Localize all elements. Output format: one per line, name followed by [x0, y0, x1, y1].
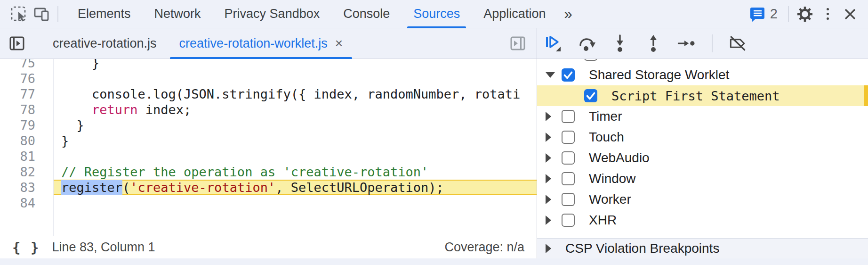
chevron-right-icon[interactable]: [546, 195, 562, 204]
panel-tabs: ElementsNetworkPrivacy SandboxConsoleSou…: [66, 0, 557, 28]
code-text[interactable]: console.log(JSON.stringify({ index, rand…: [53, 86, 537, 102]
breakpoint-checkbox[interactable]: [584, 59, 597, 61]
editor-status-bar: { } Line 83, Column 1 Coverage: n/a: [0, 236, 537, 258]
pretty-print-button[interactable]: { }: [12, 240, 40, 256]
messages-count-badge: 2: [770, 6, 778, 22]
event-listener-breakpoints-list: Shared Storage WorkletScript First State…: [537, 59, 868, 238]
breakpoint-checkbox[interactable]: [562, 68, 575, 82]
file-tab-creative-rotation-js[interactable]: creative-rotation.js: [41, 28, 168, 59]
toolbar-right-group: 2: [743, 2, 868, 26]
chevron-right-icon[interactable]: [546, 244, 562, 253]
line-number[interactable]: 77: [0, 86, 53, 102]
step-out-button[interactable]: [643, 31, 664, 56]
breakpoint-item-webaudio[interactable]: WebAudio: [537, 148, 868, 168]
tab-privacy-sandbox[interactable]: Privacy Sandbox: [213, 0, 332, 28]
menu-kebab-button[interactable]: [816, 2, 839, 26]
tab-application[interactable]: Application: [472, 0, 557, 28]
chevron-right-icon[interactable]: [546, 174, 562, 183]
chevron-right-icon[interactable]: [546, 132, 562, 142]
line-number[interactable]: 80: [0, 133, 53, 149]
step-button[interactable]: [676, 31, 697, 56]
breakpoint-item-window[interactable]: Window: [537, 168, 868, 189]
line-number[interactable]: 76: [0, 71, 53, 86]
scroll-marker: [864, 85, 868, 106]
close-file-tab-icon[interactable]: ×: [335, 37, 343, 50]
breakpoint-row-content: Window: [537, 168, 868, 189]
breakpoint-item-shared-storage-worklet[interactable]: Shared Storage Worklet: [537, 65, 868, 85]
csp-section-label: CSP Violation Breakpoints: [565, 241, 719, 256]
breakpoint-checkbox[interactable]: [562, 131, 575, 144]
line-number[interactable]: 75: [0, 59, 53, 71]
show-debugger-sidebar-button[interactable]: [506, 31, 529, 56]
chevron-right-icon[interactable]: [546, 112, 562, 121]
tab-label: Privacy Sandbox: [225, 7, 320, 21]
code-text[interactable]: return index;: [53, 102, 537, 117]
inspect-element-button[interactable]: [8, 2, 30, 26]
device-toolbar-icon: [32, 5, 51, 24]
code-text[interactable]: [53, 71, 537, 86]
code-text[interactable]: [53, 149, 537, 164]
breakpoint-item-clipped: [537, 59, 868, 65]
tab-console[interactable]: Console: [331, 0, 402, 28]
code-text[interactable]: register('creative-rotation', SelectURLO…: [53, 180, 537, 195]
line-number[interactable]: 81: [0, 149, 53, 164]
toolbar-separator: [788, 6, 789, 22]
close-devtools-button[interactable]: [839, 2, 861, 26]
breakpoint-item-script-first-statement[interactable]: Script First Statement: [537, 85, 868, 106]
line-number[interactable]: 82: [0, 164, 53, 180]
code-text[interactable]: }: [53, 133, 537, 149]
show-navigator-button[interactable]: [6, 31, 28, 56]
tab-elements[interactable]: Elements: [66, 0, 143, 28]
step-over-button[interactable]: [576, 31, 597, 56]
line-number[interactable]: 79: [0, 117, 53, 133]
chevron-right-icon[interactable]: [546, 153, 562, 163]
breakpoint-checkbox[interactable]: [562, 214, 575, 227]
messages-bubble-icon: [749, 5, 766, 23]
code-text[interactable]: }: [53, 117, 537, 133]
messages-button[interactable]: 2: [743, 2, 783, 26]
tab-network[interactable]: Network: [143, 0, 213, 28]
line-number[interactable]: 84: [0, 195, 53, 211]
code-line-80: 80}: [0, 133, 537, 149]
gutter-divider: [53, 59, 54, 236]
tab-label: Elements: [78, 7, 131, 21]
breakpoint-checkbox[interactable]: [562, 110, 575, 123]
device-toolbar-button[interactable]: [30, 2, 53, 26]
debugger-toolbar: [537, 28, 868, 59]
file-tab-creative-rotation-worklet-js[interactable]: creative-rotation-worklet.js×: [168, 28, 354, 59]
step-into-button[interactable]: [610, 31, 630, 56]
breakpoint-item-xhr[interactable]: XHR: [537, 210, 868, 231]
more-tabs-button[interactable]: »: [557, 0, 579, 28]
chevron-right-icon[interactable]: [546, 215, 562, 225]
code-editor[interactable]: 75 }7677 console.log(JSON.stringify({ in…: [0, 59, 537, 236]
breakpoint-checkbox[interactable]: [584, 89, 597, 102]
breakpoint-item-touch[interactable]: Touch: [537, 127, 868, 148]
breakpoint-row-content: XHR: [537, 210, 868, 231]
breakpoint-item-timer[interactable]: Timer: [537, 106, 868, 127]
code-text[interactable]: }: [53, 59, 537, 71]
gear-icon: [796, 5, 814, 24]
code-token: }: [61, 118, 84, 132]
file-tab-toolbar: creative-rotation.jscreative-rotation-wo…: [0, 28, 537, 59]
code-text[interactable]: [53, 195, 537, 211]
breakpoint-row-content: Touch: [537, 127, 868, 148]
step-out-icon: [643, 33, 664, 54]
breakpoint-checkbox[interactable]: [562, 151, 575, 165]
code-text[interactable]: // Register the operation as 'creative-r…: [53, 164, 537, 180]
breakpoint-checkbox[interactable]: [562, 172, 575, 185]
deactivate-breakpoints-button[interactable]: [727, 31, 748, 56]
breakpoint-row-content: WebAudio: [537, 148, 868, 168]
csp-violation-breakpoints-section[interactable]: CSP Violation Breakpoints: [537, 238, 868, 258]
tab-label: Application: [483, 7, 546, 21]
tab-sources[interactable]: Sources: [402, 0, 472, 28]
devtools-window: ElementsNetworkPrivacy SandboxConsoleSou…: [0, 0, 868, 265]
line-number[interactable]: 78: [0, 102, 53, 117]
settings-button[interactable]: [794, 2, 816, 26]
resume-script-button[interactable]: [543, 31, 563, 56]
breakpoint-checkbox[interactable]: [562, 193, 575, 206]
breakpoint-item-worker[interactable]: Worker: [537, 189, 868, 210]
chevron-down-icon[interactable]: [546, 72, 562, 78]
inspect-cursor-icon: [10, 5, 28, 23]
line-number[interactable]: 83: [0, 180, 53, 195]
code-token: 'creative-rotation': [130, 180, 275, 195]
